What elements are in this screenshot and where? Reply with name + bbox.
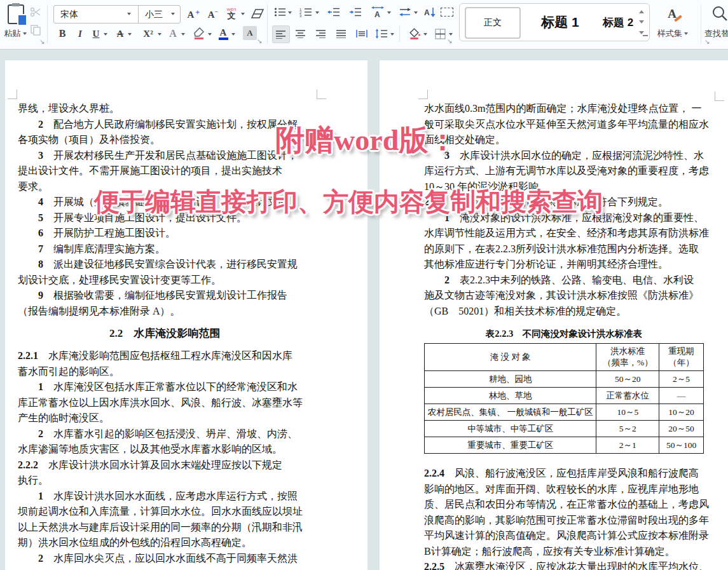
style-heading1[interactable]: 标题 1 — [523, 8, 597, 37]
ribbon-toolbar: 粘贴 ↘ 宋体 小三 A＋ — [0, 0, 728, 50]
style-heading2[interactable]: 标题 2 — [594, 9, 642, 36]
distribute-button[interactable] — [354, 25, 370, 42]
svg-text:A: A — [424, 8, 430, 17]
font-dialog-launcher[interactable]: ↘ — [257, 38, 262, 44]
style-heading1-label: 标题 1 — [541, 13, 579, 31]
outdent-icon — [327, 7, 340, 17]
gallery-more-button[interactable] — [638, 29, 645, 36]
chevron-down-icon[interactable] — [158, 33, 161, 36]
strikethrough-button[interactable]: A — [114, 27, 126, 41]
table-header-cell: 重现期 （年） — [659, 344, 704, 371]
margin-mark-icon — [8, 90, 17, 99]
chevron-down-icon[interactable] — [104, 33, 107, 36]
font-color-button[interactable]: A — [217, 25, 229, 42]
style-set-button[interactable]: A — [663, 5, 682, 23]
chevron-down-icon[interactable] — [414, 11, 418, 14]
paste-dropdown[interactable]: 粘贴 — [1, 28, 29, 39]
text-effects-button[interactable]: A — [167, 27, 179, 41]
table-cell: 中等城市、中等工矿区 — [425, 421, 596, 437]
highlighter-icon — [193, 27, 205, 40]
decrease-indent-button[interactable] — [327, 6, 341, 18]
doc-line: 3 水库设计洪水回水位的确定，应根据河流泥沙特性、水 — [424, 148, 704, 164]
align-center-button[interactable] — [292, 25, 309, 42]
font-name-select[interactable]: 宋体 — [60, 9, 78, 20]
borders-button[interactable] — [432, 25, 448, 42]
numbering-button[interactable]: 1 2 3 — [299, 6, 313, 18]
cut-button[interactable] — [29, 6, 42, 18]
char-scale-button[interactable]: A — [370, 4, 385, 20]
table-cell: 林地、草地 — [425, 388, 596, 404]
increase-font-button[interactable]: A＋ — [186, 6, 202, 22]
chevron-down-icon[interactable] — [128, 33, 132, 36]
find-replace-dropdown[interactable]: 查找替换 — [704, 28, 728, 39]
superscript-icon: X² — [143, 29, 153, 39]
clear-format-button[interactable] — [249, 6, 266, 22]
chevron-down-icon[interactable] — [127, 13, 131, 15]
chevron-down-icon[interactable] — [241, 13, 245, 15]
underline-button[interactable]: U — [90, 27, 102, 41]
table-cell: 50～20 — [596, 371, 659, 388]
doc-line: 的原则下，在表2.2.3所列设计洪水标准范围内分析选择。选取 — [424, 241, 704, 257]
eraser-icon — [251, 8, 264, 20]
chevron-down-icon[interactable] — [449, 33, 453, 36]
chevron-down-icon[interactable] — [387, 11, 391, 14]
justify-button[interactable] — [333, 25, 350, 42]
superscript-button[interactable]: X² — [140, 27, 156, 41]
gallery-scroll-down[interactable] — [638, 18, 645, 25]
margin-mark-icon — [715, 92, 724, 101]
text-direction-button[interactable] — [398, 6, 412, 18]
copy-button[interactable] — [29, 24, 42, 36]
styles-dialog-launcher[interactable]: ↘ — [704, 39, 710, 45]
phonetic-guide-button[interactable]: wén文 — [224, 4, 239, 22]
doc-line: 面线相交处确定。 — [424, 132, 704, 148]
find-replace-button[interactable] — [711, 4, 728, 22]
doc-line: 提出设计文件。不需开展施工图设计的项目，提出实施技术 — [18, 163, 312, 179]
paragraph-dialog-launcher[interactable]: ↘ — [447, 38, 452, 44]
clipboard-icon — [8, 4, 24, 24]
align-right-button[interactable] — [313, 25, 329, 42]
doc-line: 执行。 — [18, 473, 312, 489]
shading-button[interactable] — [407, 25, 422, 42]
increase-indent-button[interactable] — [348, 6, 362, 18]
style-normal[interactable]: 正文 — [465, 7, 521, 39]
align-left-button[interactable] — [272, 25, 290, 43]
bullet-list-icon — [274, 7, 286, 17]
chevron-down-icon[interactable] — [423, 33, 427, 36]
gallery-scroll-up[interactable] — [638, 8, 645, 15]
font-size-select[interactable]: 小三 — [145, 9, 163, 20]
chevron-down-icon[interactable] — [390, 33, 394, 36]
doc-line: 水水面线0.3m范围内的断面确定；水库淹没处理终点位置， 一 — [424, 101, 704, 117]
decrease-font-button[interactable]: A− — [205, 6, 221, 22]
style-gallery: 正文 标题 1 标题 2 — [459, 3, 650, 41]
caret-icon — [23, 32, 27, 35]
table-cell: — — [659, 388, 704, 404]
char-shading-button[interactable]: A — [243, 26, 257, 40]
more-styles-icon — [639, 31, 644, 34]
style-set-dropdown[interactable]: 样式集 — [654, 28, 692, 39]
table-row: 重要城市、重要工矿区2～150～100 — [425, 437, 704, 454]
doc-line: 浪爬高的影响，其影响范围可按正常蓄水位滞留时段出现的多年 — [424, 513, 704, 529]
chevron-down-icon[interactable] — [208, 33, 212, 36]
clipboard-dialog-launcher[interactable]: ↘ — [39, 39, 45, 45]
paint-bucket-icon — [408, 27, 421, 40]
tab-grid-button[interactable] — [440, 7, 454, 17]
search-icon — [711, 5, 728, 22]
bold-button[interactable]: B — [56, 27, 69, 41]
doc-line: 产生的临时淹没区。 — [18, 411, 312, 426]
chevron-down-icon[interactable] — [171, 13, 175, 15]
bullets-button[interactable] — [273, 6, 286, 18]
chevron-down-icon[interactable] — [181, 33, 185, 36]
highlight-button[interactable] — [192, 27, 206, 41]
chevron-down-icon[interactable] — [231, 33, 235, 36]
chevron-down-icon[interactable] — [288, 11, 292, 14]
watermark-line1: 附赠word版： — [275, 121, 457, 160]
strikethrough-icon: A — [117, 29, 124, 39]
table-cell: 2～5 — [659, 371, 704, 388]
line-spacing-button[interactable] — [374, 25, 389, 42]
sort-button[interactable]: A — [423, 5, 437, 19]
italic-button[interactable]: I — [75, 27, 85, 41]
chevron-down-icon[interactable] — [315, 11, 319, 14]
dashed-grid-icon — [441, 8, 453, 17]
table-cell: 10～20 — [659, 404, 704, 421]
paste-button[interactable] — [4, 3, 28, 25]
